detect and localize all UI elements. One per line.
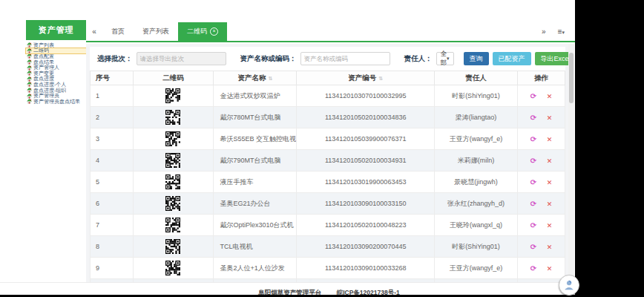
regenerate-qr-icon[interactable]: ⟳ [530, 135, 536, 143]
qr-code-image [165, 153, 180, 168]
house-icon [27, 65, 32, 71]
cell-owner: 景晓慧(jingwh) [434, 172, 517, 193]
owner-label: 责任人： [404, 54, 433, 64]
cell-asset-code: 1134120103070100032995 [297, 85, 435, 107]
icp-number: 皖ICP备12021738号-1 [337, 289, 400, 295]
tab-label: 二维码 [187, 27, 207, 36]
regenerate-qr-icon[interactable]: ⟳ [530, 92, 536, 100]
filter-bar: 选择批次： 资产名称或编码： 责任人： 全部 ▾ 查询 已配资产 导出Excel… [90, 47, 565, 71]
cell-asset-code: 1134120105020100034836 [297, 107, 435, 128]
cell-asset-name: 液压手推车 [214, 172, 297, 193]
tab-menu-button[interactable]: ≡▾ [558, 27, 565, 36]
scrollbar-thumb[interactable] [569, 53, 574, 103]
regenerate-qr-icon[interactable]: ⟳ [530, 264, 536, 272]
table-row: 4 戴尔790MT台式电脑 1134120105020100034931 米莉娜… [91, 150, 565, 172]
tab-close-icon[interactable]: × [210, 27, 218, 36]
owner-select-value: 全部 [441, 50, 447, 68]
table-row: 2 戴尔780MT台式电脑 1134120105020100034836 梁涛(… [91, 107, 565, 128]
delete-icon[interactable]: ✕ [547, 244, 553, 251]
tab-bar: « 首页 资产列表 二维码 × » ≡▾ [86, 22, 575, 42]
regenerate-qr-icon[interactable]: ⟳ [530, 178, 536, 186]
cell-owner: 梁涛(liangtao) [434, 107, 517, 128]
assigned-assets-button[interactable]: 已配资产 [493, 52, 531, 65]
main-content: 选择批次： 资产名称或编码： 责任人： 全部 ▾ 查询 已配资产 导出Excel… [86, 44, 568, 284]
delete-icon[interactable]: ✕ [547, 200, 553, 208]
export-excel-button[interactable]: 导出Excel [535, 52, 568, 65]
table-row: 6 圣奥EG21办公台 1134120103090100033150 张永红(z… [91, 193, 565, 215]
cell-asset-name: 金达港式双炒双温炉 [214, 85, 297, 107]
asset-table: 序号二维码资产名称⇅资产编号⇅责任人操作 1 金达港式双炒双温炉 1134120… [90, 71, 565, 284]
qr-code-image [165, 88, 180, 103]
regenerate-qr-icon[interactable]: ⟳ [530, 114, 536, 122]
house-icon [27, 48, 32, 53]
footer: 阜阳烟草资产管理平台 皖ICP备12021738号-1 [0, 282, 575, 293]
owner-select[interactable]: 全部 ▾ [436, 52, 454, 65]
cell-index: 4 [91, 150, 134, 172]
cell-index: 8 [91, 236, 134, 258]
cell-asset-name: 圣奥EG21办公台 [214, 193, 297, 215]
delete-icon[interactable]: ✕ [547, 157, 553, 165]
cell-asset-name: 希沃S55EB 交互触控电视 [214, 128, 297, 150]
house-icon [27, 99, 32, 104]
cell-owner: 米莉娜(miln) [434, 150, 517, 172]
delete-icon[interactable]: ✕ [547, 93, 553, 100]
cell-index: 5 [91, 172, 134, 193]
delete-icon[interactable]: ✕ [547, 136, 553, 143]
chevron-down-icon: ▾ [447, 56, 450, 62]
tab-list: 首页 资产列表 二维码 × [102, 22, 227, 41]
cell-asset-name: TCL电视机 [214, 236, 297, 258]
table-row: 3 希沃S55EB 交互触控电视 1134120105039900076371 … [91, 128, 565, 150]
column-header[interactable]: 资产编号⇅ [297, 71, 435, 85]
cell-operations: ⟳ ✕ [517, 150, 565, 172]
asset-name-input[interactable] [300, 52, 390, 65]
cell-index: 3 [91, 128, 134, 150]
tab-label: 首页 [111, 27, 125, 36]
regenerate-qr-icon[interactable]: ⟳ [530, 200, 536, 208]
table-body: 1 金达港式双炒双温炉 1134120103070100032995 时影(Sh… [91, 85, 565, 285]
delete-icon[interactable]: ✕ [547, 222, 553, 229]
qr-code-image [165, 110, 180, 125]
help-avatar-widget[interactable] [559, 275, 579, 296]
cell-asset-code: 1134120105020100048223 [297, 215, 435, 236]
delete-icon[interactable]: ✕ [547, 179, 553, 186]
cell-asset-name: 圣奥2人位+1人位沙发 [214, 258, 297, 279]
delete-icon[interactable]: ✕ [547, 265, 553, 272]
regenerate-qr-icon[interactable]: ⟳ [530, 157, 536, 165]
sort-icon[interactable]: ⇅ [378, 76, 383, 81]
vertical-scrollbar[interactable] [568, 44, 574, 284]
regenerate-qr-icon[interactable]: ⟳ [530, 221, 536, 229]
cell-qr [133, 236, 214, 258]
column-header[interactable]: 资产名称⇅ [214, 71, 297, 85]
batch-label: 选择批次： [97, 54, 133, 64]
cell-asset-code: 1134120103019900063453 [297, 172, 435, 193]
sort-icon[interactable]: ⇅ [268, 76, 272, 81]
house-icon [27, 53, 32, 59]
cell-operations: ⟳ ✕ [517, 236, 565, 258]
tab[interactable]: 二维码 × [178, 22, 227, 41]
cell-qr [133, 128, 214, 150]
table-row: 7 戴尔OptiPlex3010台式机 11341201050201000482… [91, 215, 565, 236]
qr-code-image [165, 131, 180, 146]
house-icon [27, 42, 32, 48]
qr-code-image [165, 239, 180, 254]
column-header: 二维码 [133, 71, 214, 85]
tab[interactable]: 资产列表 [134, 22, 178, 41]
regenerate-qr-icon[interactable]: ⟳ [530, 243, 536, 251]
tab-bar-right: » ≡▾ [542, 22, 575, 41]
asset-name-label: 资产名称或编码： [240, 54, 297, 64]
tab[interactable]: 首页 [102, 22, 134, 41]
cell-operations: ⟳ ✕ [517, 107, 565, 128]
sidebar-item[interactable]: 资产管理员盘点结果 [26, 99, 86, 105]
query-button[interactable]: 查询 [464, 52, 489, 65]
expand-tabs-icon[interactable]: » [542, 27, 546, 36]
delete-icon[interactable]: ✕ [547, 114, 553, 122]
collapse-tabs-icon[interactable]: « [86, 27, 102, 36]
table-header-row: 序号二维码资产名称⇅资产编号⇅责任人操作 [91, 71, 565, 85]
cell-asset-code: 1134120103090100033150 [297, 193, 435, 215]
cell-operations: ⟳ ✕ [517, 258, 565, 279]
app-title: 资产管理 [26, 20, 86, 40]
batch-input[interactable] [137, 52, 226, 65]
table-row: 1 金达港式双炒双温炉 1134120103070100032995 时影(Sh… [91, 85, 565, 107]
panel: 选择批次： 资产名称或编码： 责任人： 全部 ▾ 查询 已配资产 导出Excel… [90, 47, 565, 278]
chevron-down-icon: ▾ [562, 30, 565, 35]
